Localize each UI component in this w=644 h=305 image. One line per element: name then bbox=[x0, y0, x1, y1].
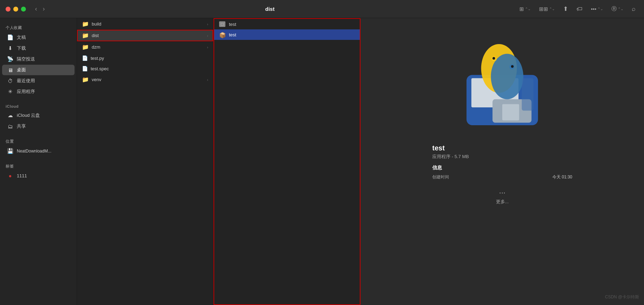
sidebar-item-label: 桌面 bbox=[17, 67, 26, 73]
arrange-icon: ⊞⊞ bbox=[539, 6, 548, 12]
sidebar-item-label: iCloud 云盘 bbox=[17, 112, 40, 119]
document-icon: 📄 bbox=[7, 34, 13, 41]
chevron-right-icon: › bbox=[207, 34, 208, 38]
recent-icon: ⏱ bbox=[7, 78, 13, 84]
folder-icon: 📁 bbox=[82, 44, 89, 50]
arrange-chevron-icon: ⌃⌄ bbox=[549, 7, 555, 11]
more-icon: ••• bbox=[591, 6, 596, 12]
sidebar-item-label: 最近使用 bbox=[17, 78, 35, 84]
preview-name: test bbox=[432, 144, 572, 152]
file-name: test.py bbox=[91, 56, 104, 61]
meta-val-created: 今天 01:30 bbox=[552, 174, 572, 180]
sidebar-item-icloud-drive[interactable]: ☁ iCloud 云盘 bbox=[2, 110, 75, 121]
titlebar: ‹ › dist ⊞ ⌃⌄ ⊞⊞ ⌃⌄ ⬆ 🏷 ••• ⌃⌄ Ⓡ ⌃⌄ ⌕ bbox=[0, 0, 644, 18]
file-row-test-app[interactable]: 📦 test bbox=[214, 29, 360, 40]
file-row-testspec[interactable]: 📄 test.spec bbox=[77, 63, 213, 74]
toolbar-actions: ⊞ ⌃⌄ ⊞⊞ ⌃⌄ ⬆ 🏷 ••• ⌃⌄ Ⓡ ⌃⌄ ⌕ bbox=[517, 4, 638, 14]
file-name: dist bbox=[92, 33, 99, 38]
file-name: test bbox=[229, 22, 236, 27]
column-panel-2: □ test 📦 test bbox=[214, 18, 360, 305]
window-title: dist bbox=[23, 6, 517, 12]
apps-icon: ✳ bbox=[7, 88, 13, 95]
minimize-button[interactable] bbox=[13, 7, 18, 12]
file-row-venv[interactable]: 📁 venv › bbox=[77, 74, 213, 85]
file-name: venv bbox=[92, 77, 101, 82]
app-folder-icon: 📦 bbox=[219, 32, 225, 37]
file-row-dzm[interactable]: 📁 dzm › bbox=[77, 41, 213, 53]
sidebar-item-desktop[interactable]: 🖥 桌面 bbox=[2, 65, 75, 75]
sidebar-item-neatdownload[interactable]: 💾 NeatDownloadM... bbox=[2, 146, 75, 156]
more-button[interactable]: ··· 更多... bbox=[496, 188, 509, 205]
sidebar-item-label: 下载 bbox=[17, 45, 26, 51]
svg-rect-10 bbox=[522, 78, 533, 111]
desktop-icon: 🖥 bbox=[7, 67, 13, 73]
svg-rect-3 bbox=[502, 104, 519, 120]
file-row-build[interactable]: 📁 build › bbox=[77, 18, 213, 30]
file-name: test bbox=[229, 32, 236, 37]
file-name: test.spec bbox=[91, 66, 109, 71]
sidebar-item-label: 共享 bbox=[17, 123, 26, 129]
more-chevron-icon: ⌃⌄ bbox=[597, 7, 603, 11]
search-button[interactable]: ⌕ bbox=[629, 4, 638, 14]
airdrop-icon: 📡 bbox=[7, 56, 13, 62]
columns-icon: ⊞ bbox=[519, 6, 524, 12]
file-row-test-dir[interactable]: □ test bbox=[214, 19, 360, 29]
sidebar: 个人收藏 📄 文稿 ⬇ 下载 📡 隔空投送 🖥 桌面 ⏱ 最近使用 ✳ 应用程序… bbox=[0, 18, 77, 305]
svg-point-8 bbox=[492, 57, 495, 59]
sidebar-item-xiazai[interactable]: ⬇ 下载 bbox=[2, 43, 75, 54]
sidebar-item-apps[interactable]: ✳ 应用程序 bbox=[2, 86, 75, 97]
folder-icon: 📁 bbox=[82, 32, 89, 39]
sidebar-item-shared[interactable]: 🗂 共享 bbox=[2, 121, 75, 132]
share-button[interactable]: ⬆ bbox=[560, 4, 571, 14]
more-dots-icon: ··· bbox=[499, 188, 505, 197]
share-icon: ⬆ bbox=[563, 5, 568, 13]
more-button[interactable]: ••• ⌃⌄ bbox=[588, 5, 606, 13]
sidebar-item-tag-1111[interactable]: ● 1111 bbox=[2, 171, 75, 181]
sidebar-item-airdrop[interactable]: 📡 隔空投送 bbox=[2, 54, 75, 64]
profile-button[interactable]: Ⓡ ⌃⌄ bbox=[609, 4, 626, 14]
columns-view-button[interactable]: ⊞ ⌃⌄ bbox=[517, 5, 533, 14]
preview-info-title: 信息 bbox=[432, 165, 572, 171]
tags-label: 标签 bbox=[0, 161, 77, 170]
preview-panel: test 应用程序 - 5.7 MB 信息 创建时间 今天 01:30 ··· … bbox=[360, 18, 644, 305]
more-label: 更多... bbox=[496, 199, 509, 205]
arrange-button[interactable]: ⊞⊞ ⌃⌄ bbox=[536, 5, 558, 14]
file-row-testpy[interactable]: 📄 test.py bbox=[77, 53, 213, 63]
close-button[interactable] bbox=[6, 7, 10, 12]
svg-point-9 bbox=[511, 65, 513, 68]
chevron-right-icon: › bbox=[207, 78, 208, 82]
profile-chevron-icon: ⌃⌄ bbox=[618, 7, 623, 11]
sidebar-item-label: 1111 bbox=[17, 173, 27, 178]
favorites-label: 个人收藏 bbox=[0, 22, 77, 32]
column-panel-1: 📁 build › 📁 dist › 📁 dzm › 📄 test.py 📄 t… bbox=[77, 18, 214, 305]
tag-button[interactable]: 🏷 bbox=[574, 4, 585, 14]
columns-chevron-icon: ⌃⌄ bbox=[525, 7, 531, 11]
download-icon: ⬇ bbox=[7, 45, 13, 51]
profile-icon: Ⓡ bbox=[611, 6, 617, 12]
file-icon: 📄 bbox=[82, 66, 88, 71]
file-icon: 📄 bbox=[82, 55, 88, 61]
chevron-right-icon: › bbox=[207, 22, 208, 26]
preview-info: test 应用程序 - 5.7 MB 信息 创建时间 今天 01:30 bbox=[432, 144, 572, 181]
sidebar-item-label: 隔空投送 bbox=[17, 56, 35, 62]
sidebar-item-label: NeatDownloadM... bbox=[17, 149, 51, 154]
sidebar-item-wenzhi[interactable]: 📄 文稿 bbox=[2, 32, 75, 43]
chevron-right-icon: › bbox=[207, 45, 208, 49]
content-area: 📁 build › 📁 dist › 📁 dzm › 📄 test.py 📄 t… bbox=[77, 18, 644, 305]
sidebar-item-recent[interactable]: ⏱ 最近使用 bbox=[2, 76, 75, 86]
disk-icon: 💾 bbox=[7, 148, 13, 154]
tag-dot-icon: ● bbox=[7, 173, 13, 179]
preview-icon-area bbox=[443, 29, 562, 141]
sidebar-item-label: 文稿 bbox=[17, 34, 26, 41]
folder-icon: 📁 bbox=[82, 76, 89, 83]
preview-meta-created: 创建时间 今天 01:30 bbox=[432, 173, 572, 181]
watermark: CSDN @卡尔特斯 bbox=[605, 294, 639, 300]
file-row-dist[interactable]: 📁 dist › bbox=[77, 30, 213, 41]
main-container: 个人收藏 📄 文稿 ⬇ 下载 📡 隔空投送 🖥 桌面 ⏱ 最近使用 ✳ 应用程序… bbox=[0, 18, 644, 305]
folder-icon: 📁 bbox=[82, 21, 89, 27]
app-icon bbox=[457, 39, 548, 130]
file-name: build bbox=[92, 21, 101, 27]
icloud-icon: ☁ bbox=[7, 112, 13, 119]
preview-subtitle: 应用程序 - 5.7 MB bbox=[432, 154, 572, 160]
sidebar-item-label: 应用程序 bbox=[17, 88, 35, 95]
